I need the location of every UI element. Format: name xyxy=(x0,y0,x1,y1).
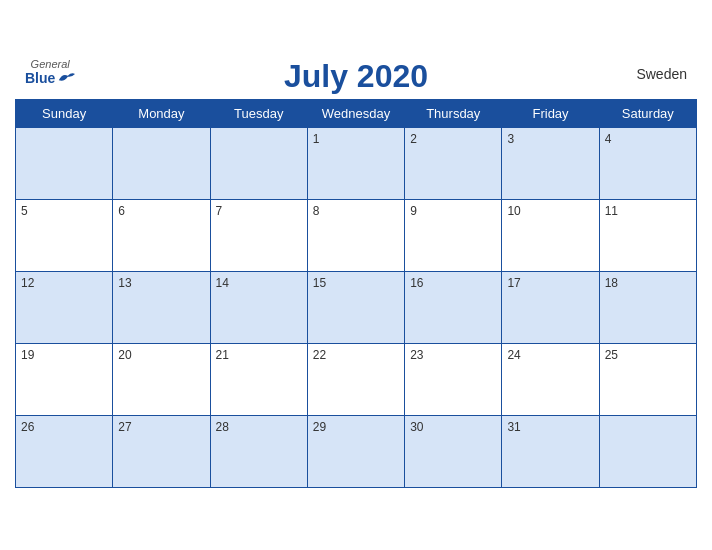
day-cell-19: 19 xyxy=(16,343,113,415)
day-cell-7: 7 xyxy=(210,199,307,271)
empty-cell xyxy=(599,415,696,487)
day-number-26: 26 xyxy=(21,420,34,434)
day-number-31: 31 xyxy=(507,420,520,434)
day-number-6: 6 xyxy=(118,204,125,218)
day-number-30: 30 xyxy=(410,420,423,434)
day-number-8: 8 xyxy=(313,204,320,218)
day-number-1: 1 xyxy=(313,132,320,146)
day-number-16: 16 xyxy=(410,276,423,290)
day-cell-10: 10 xyxy=(502,199,599,271)
day-number-13: 13 xyxy=(118,276,131,290)
day-cell-24: 24 xyxy=(502,343,599,415)
day-number-29: 29 xyxy=(313,420,326,434)
day-number-15: 15 xyxy=(313,276,326,290)
weekday-header-row: Sunday Monday Tuesday Wednesday Thursday… xyxy=(16,99,697,127)
day-cell-31: 31 xyxy=(502,415,599,487)
day-cell-22: 22 xyxy=(307,343,404,415)
day-cell-4: 4 xyxy=(599,127,696,199)
day-number-19: 19 xyxy=(21,348,34,362)
empty-cell xyxy=(16,127,113,199)
day-cell-27: 27 xyxy=(113,415,210,487)
day-number-27: 27 xyxy=(118,420,131,434)
day-cell-29: 29 xyxy=(307,415,404,487)
header-saturday: Saturday xyxy=(599,99,696,127)
day-cell-8: 8 xyxy=(307,199,404,271)
day-number-4: 4 xyxy=(605,132,612,146)
day-cell-16: 16 xyxy=(405,271,502,343)
header-sunday: Sunday xyxy=(16,99,113,127)
header-wednesday: Wednesday xyxy=(307,99,404,127)
day-number-17: 17 xyxy=(507,276,520,290)
week-row-5: 262728293031 xyxy=(16,415,697,487)
day-cell-3: 3 xyxy=(502,127,599,199)
day-number-20: 20 xyxy=(118,348,131,362)
calendar-table: Sunday Monday Tuesday Wednesday Thursday… xyxy=(15,99,697,488)
header-friday: Friday xyxy=(502,99,599,127)
calendar-title: July 2020 xyxy=(284,58,428,95)
day-number-28: 28 xyxy=(216,420,229,434)
day-cell-11: 11 xyxy=(599,199,696,271)
day-number-23: 23 xyxy=(410,348,423,362)
day-number-21: 21 xyxy=(216,348,229,362)
logo-blue: Blue xyxy=(25,70,75,86)
header-tuesday: Tuesday xyxy=(210,99,307,127)
day-cell-14: 14 xyxy=(210,271,307,343)
day-number-7: 7 xyxy=(216,204,223,218)
day-number-9: 9 xyxy=(410,204,417,218)
day-number-5: 5 xyxy=(21,204,28,218)
logo-bird-icon xyxy=(57,71,75,85)
day-cell-25: 25 xyxy=(599,343,696,415)
day-cell-23: 23 xyxy=(405,343,502,415)
header-monday: Monday xyxy=(113,99,210,127)
day-cell-28: 28 xyxy=(210,415,307,487)
day-number-11: 11 xyxy=(605,204,618,218)
day-cell-9: 9 xyxy=(405,199,502,271)
week-row-3: 12131415161718 xyxy=(16,271,697,343)
logo-area: General Blue xyxy=(25,58,75,86)
day-number-14: 14 xyxy=(216,276,229,290)
day-number-22: 22 xyxy=(313,348,326,362)
day-cell-6: 6 xyxy=(113,199,210,271)
day-number-3: 3 xyxy=(507,132,514,146)
week-row-4: 19202122232425 xyxy=(16,343,697,415)
day-cell-2: 2 xyxy=(405,127,502,199)
day-number-12: 12 xyxy=(21,276,34,290)
calendar-wrapper: General Blue July 2020 Sweden Sunday Mon… xyxy=(0,48,712,503)
day-cell-1: 1 xyxy=(307,127,404,199)
day-cell-5: 5 xyxy=(16,199,113,271)
empty-cell xyxy=(210,127,307,199)
day-cell-30: 30 xyxy=(405,415,502,487)
day-number-10: 10 xyxy=(507,204,520,218)
day-cell-21: 21 xyxy=(210,343,307,415)
day-number-18: 18 xyxy=(605,276,618,290)
week-row-1: 1234 xyxy=(16,127,697,199)
day-cell-13: 13 xyxy=(113,271,210,343)
empty-cell xyxy=(113,127,210,199)
day-number-25: 25 xyxy=(605,348,618,362)
header-thursday: Thursday xyxy=(405,99,502,127)
day-number-24: 24 xyxy=(507,348,520,362)
day-cell-17: 17 xyxy=(502,271,599,343)
day-cell-15: 15 xyxy=(307,271,404,343)
calendar-header: General Blue July 2020 Sweden xyxy=(15,58,697,95)
day-number-2: 2 xyxy=(410,132,417,146)
day-cell-12: 12 xyxy=(16,271,113,343)
logo-general: General xyxy=(31,58,70,70)
day-cell-26: 26 xyxy=(16,415,113,487)
country-label: Sweden xyxy=(636,66,687,82)
day-cell-18: 18 xyxy=(599,271,696,343)
day-cell-20: 20 xyxy=(113,343,210,415)
week-row-2: 567891011 xyxy=(16,199,697,271)
